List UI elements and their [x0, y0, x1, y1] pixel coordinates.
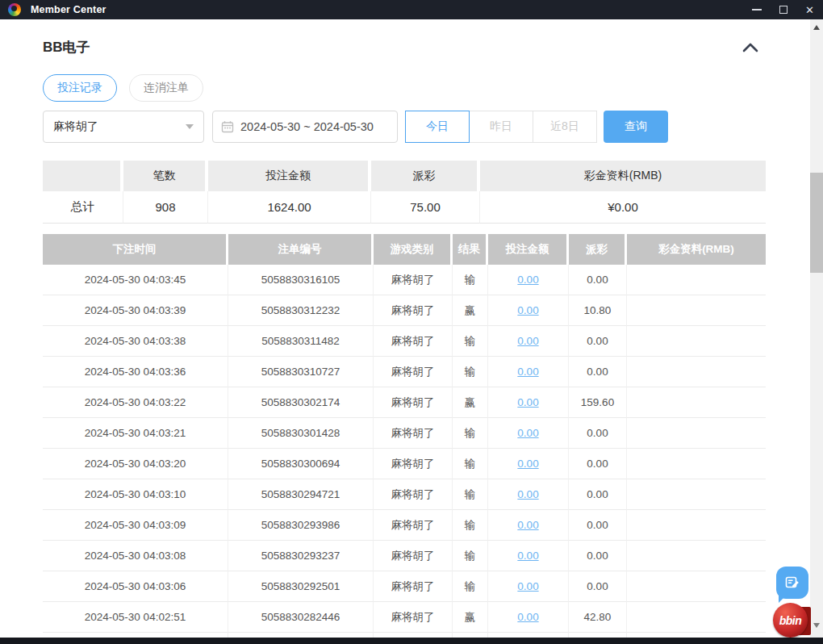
bonus-cell [627, 541, 766, 571]
calendar-icon [221, 120, 234, 133]
result-cell: 输 [453, 510, 488, 541]
game-type-cell: 麻将胡了 [374, 295, 453, 326]
order-number-cell: 5058830293237 [228, 541, 374, 571]
order-number-cell: 5058830292501 [228, 571, 374, 602]
table-row: 2024-05-30 04:03:385058830311482麻将胡了输0.0… [43, 326, 766, 357]
table-row: 2024-05-30 04:03:395058830312232麻将胡了赢0.0… [43, 295, 766, 326]
bet-amount-link[interactable]: 0.00 [517, 366, 538, 378]
bet-table-body: 2024-05-30 04:03:455058830316105麻将胡了输0.0… [43, 265, 766, 638]
maximize-button[interactable] [770, 0, 796, 19]
close-button[interactable]: ✕ [796, 0, 823, 19]
vertical-scrollbar [810, 19, 823, 638]
summary-header-row: 笔数 投注金额 派彩 彩金资料(RMB) [43, 161, 766, 191]
result-cell: 赢 [453, 387, 488, 418]
result-cell: 输 [453, 357, 488, 387]
bet-amount-link[interactable]: 0.00 [517, 304, 538, 316]
tab-bet-records[interactable]: 投注记录 [43, 74, 117, 102]
table-row: 2024-05-30 04:03:215058830301428麻将胡了输0.0… [43, 418, 766, 449]
bonus-cell [627, 357, 766, 387]
table-row: 2024-05-30 04:03:105058830294721麻将胡了输0.0… [43, 479, 766, 510]
game-type-cell: 麻将胡了 [374, 479, 453, 510]
bet-time-cell: 2024-05-30 04:03:45 [43, 265, 228, 295]
app-window: Member Center ✕ BB电子 投注记录 连消注单 麻将胡了 [0, 0, 823, 644]
bet-time-cell: 2024-05-30 04:03:36 [43, 357, 228, 387]
bonus-cell [627, 510, 766, 541]
bet-amount-link[interactable]: 0.00 [517, 396, 538, 408]
minimize-button[interactable] [743, 0, 770, 19]
result-cell: 输 [453, 541, 488, 571]
window-bottom-edge [0, 638, 823, 644]
app-logo-icon [8, 3, 21, 16]
order-number-cell: 5058830302174 [228, 387, 374, 418]
game-type-cell: 麻将胡了 [374, 326, 453, 357]
bet-time-cell: 2024-05-30 04:03:22 [43, 387, 228, 418]
bet-amount-cell: 0.00 [488, 479, 569, 510]
game-type-cell: 麻将胡了 [374, 541, 453, 571]
bet-table-header-row: 下注时间 注单编号 游戏类别 结果 投注金额 派彩 彩金资料(RMB) [43, 234, 766, 265]
bet-amount-link[interactable]: 0.00 [517, 519, 538, 531]
bet-time-cell: 2024-05-30 04:03:20 [43, 449, 228, 479]
window-title: Member Center [31, 4, 107, 15]
search-button[interactable]: 查询 [604, 111, 668, 143]
order-number-cell: 5058830301428 [228, 418, 374, 449]
tab-cancelled-orders[interactable]: 连消注单 [129, 74, 203, 102]
bonus-cell [627, 418, 766, 449]
bet-amount-link[interactable]: 0.00 [517, 427, 538, 439]
result-cell: 输 [453, 479, 488, 510]
bet-amount-link[interactable]: 0.00 [517, 550, 538, 562]
bet-amount-link[interactable]: 0.00 [517, 611, 538, 623]
payout-cell: 0.00 [569, 510, 627, 541]
game-type-cell: 麻将胡了 [374, 418, 453, 449]
result-cell: 输 [453, 418, 488, 449]
bet-time-cell: 2024-05-30 04:03:06 [43, 571, 228, 602]
bet-records-table: 下注时间 注单编号 游戏类别 结果 投注金额 派彩 彩金资料(RMB) 2024… [43, 234, 766, 638]
game-type-cell: 麻将胡了 [374, 571, 453, 602]
date-range-input[interactable]: 2024-05-30 ~ 2024-05-30 [212, 111, 398, 143]
header-game-type: 游戏类别 [374, 234, 453, 265]
window-controls: ✕ [743, 0, 823, 19]
scroll-up-arrow-icon[interactable] [813, 25, 820, 30]
bbin-logo-button[interactable]: bbin [773, 603, 810, 638]
order-number-cell: 5058830282446 [228, 602, 374, 633]
order-number-cell: 5058830310727 [228, 357, 374, 387]
bet-amount-link[interactable]: 0.00 [517, 458, 538, 470]
collapse-section-button[interactable] [740, 40, 761, 55]
chevron-up-icon [742, 41, 759, 53]
bet-time-cell: 2024-05-30 04:03:38 [43, 326, 228, 357]
header-payout: 派彩 [569, 234, 627, 265]
bet-amount-cell: 0.00 [488, 265, 569, 295]
compose-icon [784, 575, 800, 591]
game-type-cell: 麻将胡了 [374, 602, 453, 633]
yesterday-button[interactable]: 昨日 [469, 111, 533, 143]
bonus-cell [627, 571, 766, 602]
bet-amount-link[interactable]: 0.00 [517, 488, 538, 500]
payout-cell: 159.60 [569, 387, 627, 418]
result-cell: 输 [453, 326, 488, 357]
bet-amount-link[interactable]: 0.00 [517, 274, 538, 286]
payout-cell: 0.00 [569, 479, 627, 510]
scrollbar-thumb[interactable] [810, 173, 823, 273]
summary-total-label: 总计 [43, 191, 123, 224]
game-select-value: 麻将胡了 [53, 119, 98, 134]
bet-amount-link[interactable]: 0.00 [517, 580, 538, 592]
feedback-compose-button[interactable] [776, 567, 808, 599]
last-8-days-button[interactable]: 近8日 [533, 111, 597, 143]
summary-total-payout: 75.00 [371, 191, 480, 224]
bonus-cell [627, 387, 766, 418]
order-number-cell: 5058830316105 [228, 265, 374, 295]
game-type-cell: 麻将胡了 [374, 265, 453, 295]
game-type-cell: 麻将胡了 [374, 510, 453, 541]
bet-time-cell: 2024-05-30 04:03:08 [43, 541, 228, 571]
order-number-cell: 5058830294721 [228, 479, 374, 510]
header-bet-time: 下注时间 [43, 234, 228, 265]
bet-time-cell: 2024-05-30 04:03:10 [43, 479, 228, 510]
game-select[interactable]: 麻将胡了 [43, 111, 204, 143]
today-button[interactable]: 今日 [405, 111, 470, 143]
table-row: 2024-05-30 04:03:065058830292501麻将胡了输0.0… [43, 571, 766, 602]
table-row: 2024-05-30 04:03:455058830316105麻将胡了输0.0… [43, 265, 766, 295]
bet-time-cell: 2024-05-30 04:03:39 [43, 295, 228, 326]
bet-amount-cell: 0.00 [488, 571, 569, 602]
scroll-down-arrow-icon[interactable] [813, 623, 820, 628]
bet-amount-cell: 0.00 [488, 602, 569, 633]
bet-amount-link[interactable]: 0.00 [517, 335, 538, 347]
